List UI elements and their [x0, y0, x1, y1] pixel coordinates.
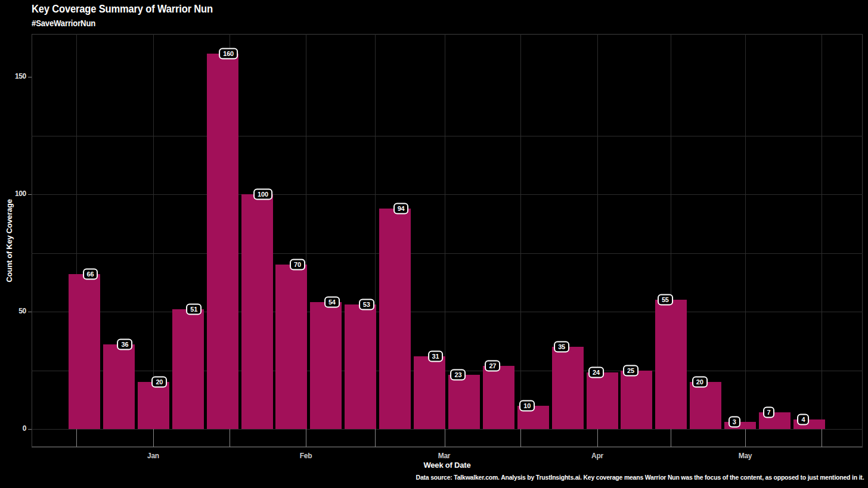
x-axis-title: Week of Date — [32, 461, 863, 470]
x-tick-mark — [375, 429, 376, 447]
bar[interactable] — [69, 274, 100, 429]
x-gridline — [822, 34, 822, 429]
bar[interactable] — [655, 300, 687, 429]
bar-value-badge: 35 — [554, 341, 569, 353]
bar[interactable] — [448, 375, 480, 429]
bar[interactable] — [172, 309, 204, 429]
bar-value-badge: 4 — [797, 414, 809, 425]
bar[interactable] — [310, 302, 342, 429]
bar[interactable] — [414, 356, 445, 429]
bar[interactable] — [275, 265, 307, 429]
x-tick-mark — [306, 429, 306, 447]
x-axis-line — [32, 447, 863, 447]
y-tick-label: 100 — [0, 189, 26, 198]
month-label: Feb — [300, 452, 312, 460]
month-label: Jan — [147, 452, 159, 460]
y-gridline — [32, 371, 863, 371]
bar-value-badge: 20 — [151, 377, 167, 388]
bar[interactable] — [379, 209, 411, 429]
bar[interactable] — [690, 382, 721, 429]
month-label: Mar — [438, 452, 450, 460]
bar[interactable] — [103, 344, 135, 429]
bar-value-badge: 100 — [253, 189, 272, 200]
y-tick-label: 0 — [0, 424, 26, 433]
bar-value-badge: 66 — [83, 268, 98, 279]
bar-value-badge: 25 — [623, 365, 638, 376]
bar[interactable] — [621, 371, 652, 430]
bar[interactable] — [587, 372, 618, 429]
bar[interactable] — [207, 54, 238, 429]
y-gridline — [32, 194, 863, 195]
bar-value-badge: 20 — [692, 377, 708, 388]
bar[interactable] — [345, 304, 376, 429]
bar-value-badge: 36 — [117, 339, 132, 350]
y-tick-label: 50 — [0, 307, 26, 315]
y-gridline — [32, 312, 863, 312]
y-gridline — [32, 429, 863, 430]
chart-title: Key Coverage Summary of Warrior Nun — [32, 3, 213, 15]
bar-value-badge: 31 — [428, 350, 444, 362]
bar[interactable] — [483, 366, 514, 429]
month-label: Apr — [591, 452, 603, 460]
y-gridline — [32, 136, 863, 136]
y-gridline — [32, 253, 863, 254]
x-tick-mark — [745, 429, 746, 447]
x-tick-mark — [445, 429, 445, 447]
bar-value-badge: 160 — [219, 48, 238, 59]
x-tick-mark — [230, 429, 230, 447]
bar-value-badge: 94 — [393, 203, 409, 214]
x-tick-mark — [520, 429, 521, 447]
bar-value-badge: 27 — [485, 360, 500, 371]
bar-value-badge: 24 — [588, 367, 604, 378]
bar[interactable] — [552, 347, 584, 429]
dashboard: Key Coverage Summary of Warrior Nun #Sav… — [0, 0, 868, 488]
y-axis-title: Count of Key Coverage — [5, 199, 14, 282]
bar-value-badge: 3 — [728, 416, 740, 428]
bar-value-badge: 51 — [186, 304, 202, 315]
footer-caption: Data source: Talkwalker.com. Analysis by… — [416, 474, 864, 481]
y-tick-mark — [28, 77, 32, 77]
bar-value-badge: 55 — [658, 294, 673, 306]
x-tick-mark — [597, 429, 598, 447]
x-gridline — [745, 34, 746, 429]
x-tick-mark — [671, 429, 671, 447]
bar-value-badge: 23 — [450, 369, 466, 381]
bar-value-badge: 70 — [290, 259, 305, 271]
bar-value-badge: 7 — [763, 407, 775, 418]
x-gridline — [153, 34, 154, 429]
bar[interactable] — [241, 194, 273, 429]
bar-value-badge: 54 — [324, 297, 340, 308]
bar-value-badge: 53 — [359, 299, 374, 310]
chart-subtitle: #SaveWarriorNun — [32, 18, 95, 28]
x-tick-mark — [76, 429, 77, 447]
x-tick-mark — [822, 429, 822, 447]
x-gridline — [520, 34, 521, 429]
month-label: May — [739, 452, 752, 460]
bar[interactable] — [138, 382, 169, 429]
y-tick-label: 150 — [0, 72, 26, 80]
x-tick-mark — [153, 429, 154, 447]
bar-value-badge: 10 — [519, 400, 535, 411]
